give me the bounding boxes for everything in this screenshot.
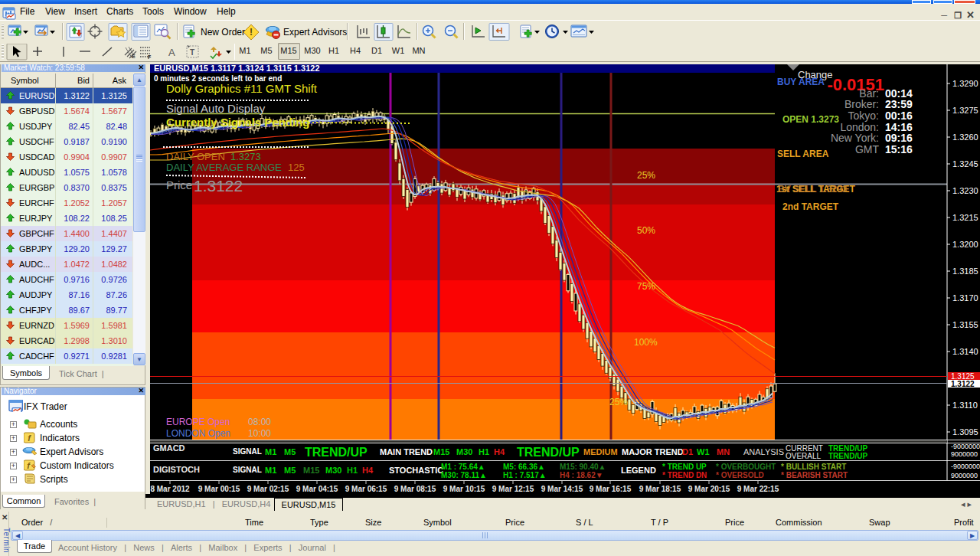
svg-text:50%: 50% bbox=[637, 225, 655, 236]
svg-text:E: E bbox=[132, 54, 136, 59]
svg-text:LONDON Open: LONDON Open bbox=[166, 428, 230, 439]
svg-text:!: ! bbox=[250, 27, 253, 38]
svg-text:DAILY AVERAGE RANGE: DAILY AVERAGE RANGE bbox=[166, 162, 282, 173]
svg-text:100%: 100% bbox=[634, 337, 658, 348]
svg-text:M1: M1 bbox=[265, 466, 276, 475]
svg-text:M5: M5 bbox=[284, 447, 296, 456]
svg-text:SIGNAL: SIGNAL bbox=[233, 447, 262, 456]
svg-text:New Order: New Order bbox=[201, 27, 245, 38]
svg-text:25%: 25% bbox=[637, 170, 655, 181]
svg-text:New York:: New York: bbox=[831, 132, 879, 144]
svg-text:* BULLISH START: * BULLISH START bbox=[781, 463, 846, 471]
svg-text:BUY AREA: BUY AREA bbox=[777, 77, 825, 87]
svg-text:1.3110: 1.3110 bbox=[952, 401, 978, 410]
svg-text:MEDIUM: MEDIUM bbox=[583, 447, 618, 456]
svg-text:* TREND UP: * TREND UP bbox=[662, 463, 707, 471]
svg-text:* BEARISH START: * BEARISH START bbox=[781, 471, 848, 479]
svg-text:H1: H1 bbox=[347, 466, 358, 475]
svg-text:1.3273: 1.3273 bbox=[230, 151, 261, 162]
svg-text:9 Mar 10:15: 9 Mar 10:15 bbox=[443, 485, 485, 493]
svg-text:M30: 78.11▲: M30: 78.11▲ bbox=[441, 471, 487, 479]
svg-text:EURUSD,M15 1.3117 1.3124 1.31: EURUSD,M15 1.3117 1.3124 1.3115 1.3122 bbox=[154, 64, 320, 73]
svg-text:TREND/UP: TREND/UP bbox=[828, 452, 867, 460]
svg-text:9 Mar 20:15: 9 Mar 20:15 bbox=[688, 485, 730, 493]
svg-text:1.3200: 1.3200 bbox=[952, 240, 978, 249]
svg-text:M15: M15 bbox=[303, 466, 319, 475]
svg-text:M5: 66.36▲: M5: 66.36▲ bbox=[503, 463, 545, 471]
svg-text:00:16: 00:16 bbox=[885, 110, 913, 122]
svg-text:Signal Auto Display: Signal Auto Display bbox=[166, 102, 266, 115]
svg-text:9 Mar 04:15: 9 Mar 04:15 bbox=[296, 485, 338, 493]
svg-text:1.3122: 1.3122 bbox=[194, 177, 243, 195]
svg-text:DAILY OPEN: DAILY OPEN bbox=[166, 151, 225, 162]
svg-text:125: 125 bbox=[288, 162, 305, 173]
svg-text:Expert Advisors: Expert Advisors bbox=[283, 27, 347, 38]
svg-text:* OVERBOUGHT: * OVERBOUGHT bbox=[716, 463, 776, 471]
svg-text:1.3122: 1.3122 bbox=[951, 380, 975, 388]
svg-text:9 Mar 18:15: 9 Mar 18:15 bbox=[639, 485, 681, 493]
svg-text:GMACD: GMACD bbox=[153, 443, 185, 453]
svg-text:9 Mar 08:15: 9 Mar 08:15 bbox=[394, 485, 436, 493]
svg-text:9 Mar 14:15: 9 Mar 14:15 bbox=[541, 485, 583, 493]
svg-text:1.3245: 1.3245 bbox=[952, 159, 978, 168]
svg-text:MAIN TREND: MAIN TREND bbox=[380, 447, 433, 456]
svg-text:EUROPE Open: EUROPE Open bbox=[166, 417, 230, 427]
svg-text:BV SELL 1.3293: BV SELL 1.3293 bbox=[778, 184, 848, 195]
svg-text:10:00: 10:00 bbox=[248, 428, 271, 439]
svg-text:15:16: 15:16 bbox=[885, 143, 913, 155]
svg-text:1.3155: 1.3155 bbox=[952, 320, 978, 329]
svg-text:M15: M15 bbox=[433, 447, 449, 456]
svg-text:H4 : 18.62▼: H4 : 18.62▼ bbox=[560, 471, 603, 479]
svg-text:1.3230: 1.3230 bbox=[952, 186, 978, 195]
svg-text:* OVERSOLD: * OVERSOLD bbox=[716, 471, 764, 479]
svg-text:M30: M30 bbox=[456, 447, 472, 456]
svg-text:9 Mar 06:15: 9 Mar 06:15 bbox=[345, 485, 387, 493]
svg-text:OVERALL: OVERALL bbox=[786, 452, 822, 460]
svg-text:Dolly Graphics #11 GMT Shift: Dolly Graphics #11 GMT Shift bbox=[166, 82, 318, 95]
svg-text:A: A bbox=[168, 47, 175, 58]
svg-text:1.3290: 1.3290 bbox=[952, 79, 978, 88]
svg-text:F: F bbox=[148, 54, 152, 60]
svg-text:LEGEND: LEGEND bbox=[621, 466, 656, 475]
svg-text:9 Mar 22:15: 9 Mar 22:15 bbox=[737, 485, 779, 493]
svg-text:H4: H4 bbox=[494, 447, 505, 456]
svg-text:TREND/UP: TREND/UP bbox=[517, 446, 580, 459]
svg-text:W1: W1 bbox=[697, 447, 710, 456]
svg-text:1.3275: 1.3275 bbox=[952, 106, 978, 115]
svg-text:Broker:: Broker: bbox=[844, 98, 879, 110]
svg-text:M1 : 75.64▲: M1 : 75.64▲ bbox=[441, 463, 485, 471]
svg-text:9 Mar 00:15: 9 Mar 00:15 bbox=[198, 485, 240, 493]
svg-text:Price: Price bbox=[166, 178, 192, 191]
svg-text:H1 : 7.517▲: H1 : 7.517▲ bbox=[503, 471, 547, 479]
svg-text:-9000000: -9000000 bbox=[951, 463, 980, 470]
svg-text:Tokyo:: Tokyo: bbox=[848, 110, 879, 122]
svg-text:09:16: 09:16 bbox=[885, 132, 913, 144]
svg-text:STOCHASTIC: STOCHASTIC bbox=[389, 466, 443, 475]
svg-text:H1: H1 bbox=[479, 447, 489, 456]
svg-text:* TREND DN: * TREND DN bbox=[662, 471, 707, 479]
svg-text:9 Mar 16:15: 9 Mar 16:15 bbox=[590, 485, 632, 493]
svg-text:M30: M30 bbox=[325, 466, 341, 475]
svg-text:SELL AREA: SELL AREA bbox=[777, 149, 829, 159]
svg-text:9000000: 9000000 bbox=[951, 450, 978, 458]
svg-text:25%: 25% bbox=[609, 397, 628, 407]
svg-text:1.3260: 1.3260 bbox=[952, 132, 978, 142]
svg-text:GMT: GMT bbox=[855, 143, 880, 155]
svg-text:TREND/UP: TREND/UP bbox=[305, 446, 368, 459]
svg-text:M15: 90.40▲: M15: 90.40▲ bbox=[560, 463, 606, 471]
svg-text:9000000: 9000000 bbox=[951, 472, 978, 479]
svg-text:1.3170: 1.3170 bbox=[952, 293, 978, 303]
svg-text:-9000000: -9000000 bbox=[951, 443, 980, 450]
svg-text:1.3185: 1.3185 bbox=[952, 267, 978, 276]
svg-text:1.3095: 1.3095 bbox=[952, 427, 978, 437]
svg-text:Currently Signals Pending: Currently Signals Pending bbox=[166, 116, 310, 129]
svg-text:ANALYSIS: ANALYSIS bbox=[743, 447, 784, 456]
svg-text:SIGNAL: SIGNAL bbox=[233, 466, 262, 474]
svg-text:9 Mar 02:15: 9 Mar 02:15 bbox=[247, 485, 289, 493]
svg-text:MN: MN bbox=[717, 447, 730, 456]
svg-text:D1: D1 bbox=[682, 447, 693, 456]
svg-text:9 Mar 12:15: 9 Mar 12:15 bbox=[492, 485, 534, 493]
svg-text:08:00: 08:00 bbox=[248, 417, 271, 427]
svg-text:M1: M1 bbox=[265, 447, 276, 456]
svg-text:M5: M5 bbox=[284, 466, 296, 475]
